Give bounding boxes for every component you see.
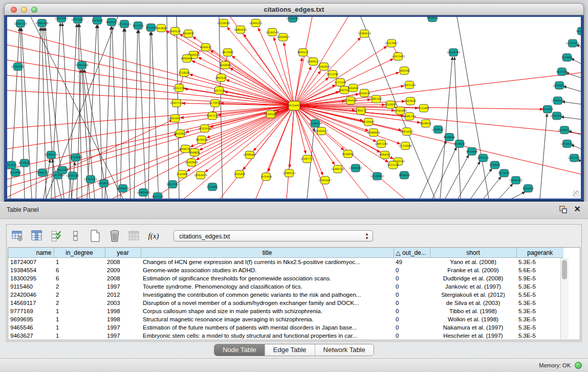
memory-status-indicator[interactable] xyxy=(575,362,582,369)
graph-node-label: 7663822 xyxy=(156,27,167,30)
graph-edge xyxy=(561,117,581,119)
status-bar: Memory: OK xyxy=(0,358,588,372)
table-cell: 2003 xyxy=(105,299,141,307)
column-header-in-degree[interactable]: in_degree xyxy=(54,248,105,258)
table-row[interactable]: 977716911998Corpus callosum shape and si… xyxy=(8,307,563,315)
graph-node-label: 9660123 xyxy=(169,30,181,33)
graph-node-label: 8549062 xyxy=(342,152,354,156)
function-builder-button[interactable]: f(x) xyxy=(147,229,160,243)
graph-node-label: 18860225 xyxy=(234,28,247,31)
column-header-short[interactable]: short xyxy=(430,248,516,258)
network-view-frame: 1405572420891406166532871065328715276029… xyxy=(4,15,584,202)
graph-node-label: 12213393 xyxy=(172,86,185,90)
citation-edge xyxy=(294,73,581,105)
graph-edge xyxy=(432,147,456,199)
float-panel-icon[interactable] xyxy=(559,206,567,213)
graph-node-label: 12353594 xyxy=(198,127,211,130)
network-table-select-value: citations_edges.txt xyxy=(179,233,230,240)
table-cell: 18300295 xyxy=(8,274,54,282)
graph-node-label: 20310682 xyxy=(11,65,24,68)
graph-node-label: 10482669 xyxy=(137,191,149,194)
table-cell: 5.3E-5 xyxy=(516,315,563,323)
delete-table-button[interactable] xyxy=(108,229,121,243)
graph-node-label: 19495794 xyxy=(403,115,416,118)
table-row[interactable]: 1872400712008Changes of HCN gene express… xyxy=(8,258,563,267)
table-cell: 9115460 xyxy=(8,282,54,291)
graph-node-label: 8267130 xyxy=(207,114,218,117)
network-window-titlebar[interactable]: citations_edges.txt xyxy=(4,3,584,15)
table-cell: Investigating the contribution of common… xyxy=(141,291,394,299)
graph-node-label: 9777169 xyxy=(335,81,346,84)
graph-node-label: 9617510 xyxy=(152,195,163,198)
column-header-out-de-[interactable]: △ out_de... xyxy=(394,248,430,258)
table-cell: 0 xyxy=(394,315,430,323)
table-row[interactable]: 2242004622012Investigating the contribut… xyxy=(8,291,563,299)
table-scrollbar-thumb[interactable] xyxy=(562,260,567,279)
tab-edge-table[interactable]: Edge Table xyxy=(265,344,315,356)
graph-node-label: 10654112 xyxy=(509,179,522,182)
graph-node-label: 15466554 xyxy=(331,167,344,170)
graph-node-label: 9242844 xyxy=(220,63,231,67)
column-header-name[interactable]: name xyxy=(8,248,54,258)
table-cell: 18724007 xyxy=(8,258,54,267)
table-tabs-bar: Node Table Edge Table Network Table xyxy=(0,344,588,356)
table-cell: Estimation of the future numbers of pati… xyxy=(141,323,394,332)
graph-node-label: 15723581 xyxy=(286,17,299,20)
show-column-button[interactable] xyxy=(30,229,43,243)
table-panel-header: Table Panel ✕ xyxy=(0,202,588,219)
column-header-pagerank[interactable]: pagerank xyxy=(516,248,563,258)
table-cell: Tibbo et al. (1998) xyxy=(430,307,516,315)
table-cell: 0 xyxy=(394,291,430,299)
graph-node-label: 9053792 xyxy=(327,73,338,76)
table-row[interactable]: 1456911722003Disruption of a novel membe… xyxy=(8,299,563,307)
select-all-button[interactable] xyxy=(50,229,63,243)
graph-node-label: 16720407 xyxy=(362,120,375,123)
table-row[interactable]: 946554611997Estimation of the future num… xyxy=(8,323,563,332)
graph-node-label: 20891406 xyxy=(35,21,48,25)
table-row[interactable]: 1938455462009Genome-wide association stu… xyxy=(8,266,563,274)
graph-edge xyxy=(445,155,469,199)
table-row[interactable]: 946362711997Embryonic stem cells: a mode… xyxy=(8,332,563,340)
graph-node-label: 10958107 xyxy=(97,182,110,185)
window-resize-grip[interactable] xyxy=(573,190,580,198)
table-cell: 9699695 xyxy=(8,315,54,323)
graph-node-label: 1115682 xyxy=(10,171,21,174)
table-cell: Nakamura et al. (1997) xyxy=(430,323,516,332)
table-cell: 0 xyxy=(394,323,430,332)
graph-node-label: 9115460 xyxy=(418,106,429,110)
tab-network-table[interactable]: Network Table xyxy=(315,344,374,356)
graph-node-label: 7632621 xyxy=(489,163,500,166)
graph-node-label: 3427552 xyxy=(213,89,225,92)
table-container: f(x) citations_edges.txt ▲▼ namein_degre… xyxy=(6,224,582,342)
table-cell: Structural magnetic resonance image aver… xyxy=(141,315,394,323)
tab-node-table[interactable]: Node Table xyxy=(214,344,265,356)
network-graph-canvas[interactable]: 1405572420891406166532871065328715276029… xyxy=(7,17,581,199)
graph-edge xyxy=(125,29,130,199)
graph-node-label: 10025488 xyxy=(394,109,406,112)
table-cell: Corpus callosum shape and size in male p… xyxy=(141,307,394,315)
column-header-title[interactable]: title xyxy=(141,248,394,258)
network-table-select[interactable]: citations_edges.txt ▲▼ xyxy=(173,230,373,242)
close-panel-icon[interactable]: ✕ xyxy=(574,205,581,213)
graph-node-label: 9350581 xyxy=(19,161,30,164)
graph-edge xyxy=(167,17,169,199)
graph-node-label: 16187733 xyxy=(300,157,313,160)
graph-edge xyxy=(105,27,111,199)
table-row[interactable]: 969969511998Structural magnetic resonanc… xyxy=(8,315,563,323)
graph-node-label: 12444156 xyxy=(551,99,564,102)
graph-node-label: 10719155 xyxy=(118,23,130,26)
merge-rows-button[interactable] xyxy=(69,229,82,243)
table-cell: 6 xyxy=(54,266,105,274)
memory-status-label: Memory: OK xyxy=(539,362,571,368)
graph-node-label: 12239580 xyxy=(217,21,230,25)
table-row[interactable]: 911546021997Tourette syndrome. Phenomeno… xyxy=(8,282,563,291)
table-row[interactable]: 1830029562008Estimation of significance … xyxy=(8,274,563,282)
table-cell: 5.3E-5 xyxy=(516,323,563,332)
graph-node-label: 18107554 xyxy=(170,101,183,104)
graph-edge xyxy=(77,70,81,199)
table-settings-button[interactable] xyxy=(11,229,24,243)
column-header-year[interactable]: year xyxy=(105,248,141,258)
table-scrollbar[interactable] xyxy=(560,258,569,339)
new-table-button[interactable] xyxy=(89,229,102,243)
graph-node-label: 15751074 xyxy=(566,41,579,45)
